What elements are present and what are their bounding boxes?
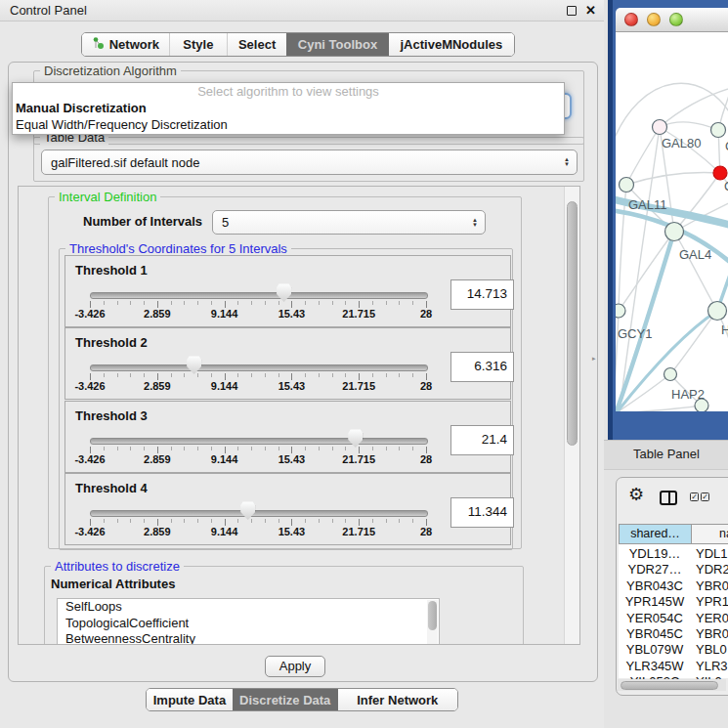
network-icon [92, 36, 105, 53]
threshold-label: Threshold 2 [75, 335, 148, 350]
table-cell-shared-name[interactable]: YLR345W [619, 659, 691, 673]
table-cell-name[interactable]: YDR2 [692, 562, 728, 577]
table-cell-name[interactable]: YBR0 [692, 626, 728, 641]
zoom-traffic-light-icon[interactable] [669, 13, 683, 26]
list-item[interactable]: BetweennessCentrality [58, 631, 439, 645]
slider-tick [251, 447, 252, 450]
tab-select[interactable]: Select [227, 33, 286, 56]
threshold-value-field[interactable]: 14.713 [450, 279, 514, 310]
tab-label: Impute Data [153, 693, 226, 707]
network-node[interactable] [664, 368, 677, 381]
tab-label: Style [183, 37, 213, 52]
num-intervals-select[interactable]: 5 ▲▼ [212, 210, 486, 235]
column-header-name[interactable]: na [691, 524, 728, 544]
table-cell-name[interactable]: YBL0 [692, 642, 728, 657]
threshold-value-field[interactable]: 21.4 [450, 425, 514, 455]
list-item[interactable]: TopologicalCoefficient [58, 616, 439, 632]
slider-tick [90, 519, 91, 526]
threshold-label: Threshold 3 [75, 408, 148, 423]
network-window-titlebar [616, 8, 728, 32]
threshold-panel: Threshold 1-3.4262.8599.14415.4321.71528… [64, 255, 511, 327]
network-edge [616, 232, 674, 411]
slider-tick [117, 519, 118, 523]
table-h-scrollbar[interactable] [618, 679, 726, 691]
table-cell-shared-name[interactable]: YDR27… [619, 562, 691, 577]
table-panel-title: Table Panel [633, 447, 700, 461]
network-edge [626, 172, 720, 185]
slider-tick [278, 519, 279, 523]
threshold-value-field[interactable]: 11.344 [450, 497, 514, 528]
table-cell-name[interactable]: YPR1 [692, 594, 728, 609]
network-node[interactable] [620, 178, 634, 193]
table-cell-shared-name[interactable]: YBL079W [619, 642, 691, 657]
table-cell-name[interactable]: YER0 [692, 611, 728, 625]
tab-label: Infer Network [357, 693, 438, 707]
tick-label: 2.859 [144, 308, 171, 320]
network-node[interactable] [616, 304, 625, 318]
table-cell-name[interactable]: YDL1 [692, 546, 728, 561]
list-item[interactable]: SelfLoops [58, 599, 439, 616]
slider-tick [265, 301, 266, 305]
network-edge [660, 87, 728, 127]
scrollbar-thumb[interactable] [567, 201, 578, 446]
columns-icon[interactable] [660, 491, 677, 505]
network-canvas[interactable]: GAL80GACGAL11GAL4GCY1HHAP2 [616, 32, 728, 411]
threshold-value-field[interactable]: 6.316 [450, 352, 514, 382]
slider-track[interactable] [90, 510, 428, 517]
slider-tick [332, 519, 333, 523]
slider-tick [386, 447, 387, 450]
tab-cyni-toolbox[interactable]: Cyni Toolbox [286, 33, 388, 56]
network-node[interactable] [665, 223, 684, 241]
slider-track[interactable] [90, 292, 428, 299]
scrollbar-thumb[interactable] [428, 601, 437, 630]
slider-track[interactable] [90, 364, 428, 371]
close-icon[interactable]: ✕ [585, 3, 596, 18]
column-header-shared-name[interactable]: shared… [619, 524, 692, 544]
dropdown-option[interactable]: Equal Width/Frequency Discretization [13, 116, 564, 133]
tab-discretize-data[interactable]: Discretize Data [233, 689, 337, 710]
tab-impute-data[interactable]: Impute Data [147, 689, 233, 710]
table-cell-shared-name[interactable]: YDL19… [619, 546, 691, 561]
apply-button[interactable]: Apply [265, 656, 325, 677]
network-graph[interactable]: GAL80GACGAL11GAL4GCY1HHAP2 [616, 32, 728, 411]
panel-scrollbar[interactable] [564, 187, 579, 644]
slider-thumb[interactable] [240, 501, 255, 520]
table-cell-shared-name[interactable]: YBR043C [619, 578, 691, 593]
application-root: Control Panel ✕ NetworkStyleSelectCyni T… [0, 0, 728, 728]
table-data-select[interactable]: galFiltered.sif default node ▲▼ [41, 150, 578, 175]
table-cell-shared-name[interactable]: YPR145W [619, 594, 691, 609]
table-cell-shared-name[interactable]: YER054C [619, 611, 691, 625]
slider-thumb[interactable] [348, 429, 363, 448]
slider-thumb[interactable] [277, 283, 291, 302]
table-cell-name[interactable]: YBR0 [692, 578, 728, 593]
list-scrollbar[interactable] [427, 600, 438, 645]
network-node[interactable] [711, 123, 726, 138]
network-node[interactable] [708, 302, 727, 321]
minimize-traffic-light-icon[interactable] [647, 13, 661, 26]
slider-tick [265, 447, 266, 450]
tab-style[interactable]: Style [169, 33, 227, 56]
table-cell-name[interactable]: YLR3 [692, 659, 728, 673]
table-cell-shared-name[interactable]: YBR045C [619, 626, 691, 641]
network-node[interactable] [713, 166, 727, 180]
tab-infer-network[interactable]: Infer Network [337, 689, 457, 710]
close-traffic-light-icon[interactable] [624, 13, 638, 26]
scrollbar-thumb[interactable] [621, 681, 718, 690]
panel-resize-grip[interactable]: ▸ [592, 355, 598, 363]
attribute-list[interactable]: SelfLoopsTopologicalCoefficientBetweenne… [57, 598, 440, 645]
dropdown-option[interactable]: Manual Discretization [13, 100, 564, 116]
slider-tick [372, 373, 373, 377]
tab-jactivemnodules[interactable]: jActiveMNodules [388, 33, 514, 56]
checkbox-icon[interactable]: ✓ [690, 492, 699, 501]
slider-tick [104, 447, 105, 450]
slider-track[interactable] [90, 438, 428, 445]
slider-thumb[interactable] [187, 356, 201, 374]
checkbox-icon[interactable]: ✓ [701, 492, 709, 501]
threshold-label: Threshold 1 [75, 263, 148, 278]
float-icon[interactable] [567, 6, 577, 16]
tick-label: -3.426 [74, 526, 105, 537]
slider-tick [412, 373, 413, 377]
tab-network[interactable]: Network [82, 33, 169, 56]
network-node[interactable] [653, 120, 667, 135]
gear-icon[interactable]: ⚙ [628, 486, 644, 503]
